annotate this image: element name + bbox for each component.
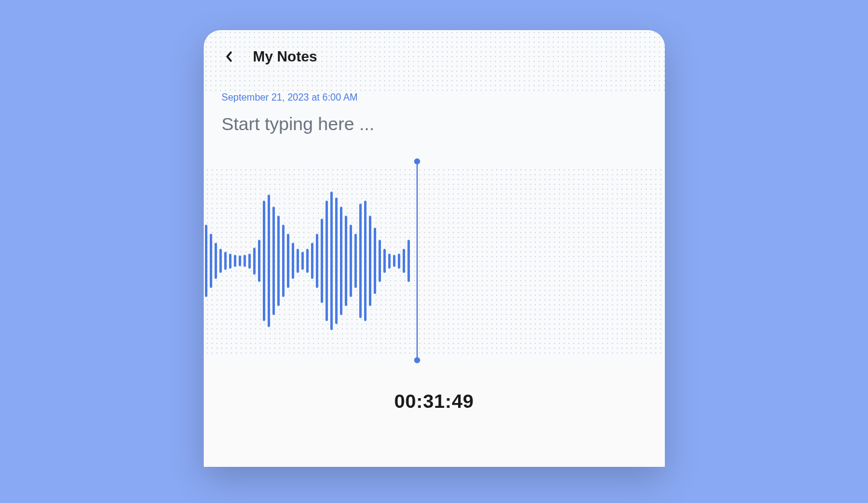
waveform-bar <box>330 192 333 330</box>
audio-waveform[interactable] <box>204 158 418 363</box>
back-button[interactable] <box>222 49 236 64</box>
waveform-bar <box>335 198 338 324</box>
playhead-indicator[interactable] <box>417 161 418 360</box>
waveform-bar <box>268 195 270 327</box>
timer-section: 00:31:49 <box>204 363 665 467</box>
waveform-bar <box>234 255 236 267</box>
waveform-bar <box>277 216 280 306</box>
waveform-bar <box>398 254 400 269</box>
waveform-bar <box>301 252 304 270</box>
waveform-bar <box>263 201 265 321</box>
waveform-bar <box>311 243 313 279</box>
waveform-bar <box>248 254 251 269</box>
waveform-bar <box>297 249 299 273</box>
waveform-bar <box>388 254 391 269</box>
waveform-bar <box>272 207 275 315</box>
waveform-bar <box>253 248 256 275</box>
note-timestamp: September 21, 2023 at 6:00 AM <box>222 92 647 103</box>
waveform-bar <box>287 234 289 288</box>
note-content: September 21, 2023 at 6:00 AM Start typi… <box>204 92 665 134</box>
waveform-bar <box>239 255 241 266</box>
waveform-bar <box>369 216 371 306</box>
page-title: My Notes <box>253 48 318 65</box>
recording-timer: 00:31:49 <box>204 390 665 413</box>
waveform-bar <box>215 243 217 279</box>
waveform-bar <box>359 204 362 318</box>
waveform-bar <box>306 249 309 273</box>
header: My Notes <box>204 30 665 92</box>
waveform-bar <box>292 243 294 279</box>
waveform-bar <box>345 216 347 306</box>
waveform-bar <box>393 255 395 267</box>
waveform-bar <box>407 240 410 282</box>
waveform-bar <box>383 249 386 273</box>
waveform-bar <box>219 249 222 273</box>
waveform-bar <box>258 240 260 282</box>
waveform-bar <box>282 225 285 297</box>
waveform-bar <box>224 252 227 270</box>
note-text-input[interactable]: Start typing here ... <box>222 114 647 134</box>
waveform-bar <box>210 234 212 288</box>
waveform-bar <box>326 201 328 321</box>
waveform-bar <box>340 207 342 315</box>
waveform-bar <box>364 201 366 321</box>
chevron-left-icon <box>225 51 233 63</box>
waveform-bar <box>403 249 405 273</box>
waveform-bar <box>354 234 357 288</box>
waveform-bar <box>229 254 231 269</box>
waveform-bar <box>244 255 246 267</box>
note-card: My Notes September 21, 2023 at 6:00 AM S… <box>204 30 665 467</box>
waveform-bar <box>379 240 381 282</box>
waveform-bar <box>374 228 376 294</box>
waveform-bar <box>321 219 323 303</box>
waveform-bar <box>316 234 318 288</box>
waveform-bar <box>205 225 207 297</box>
waveform-container <box>204 158 665 363</box>
waveform-bar <box>350 225 352 297</box>
